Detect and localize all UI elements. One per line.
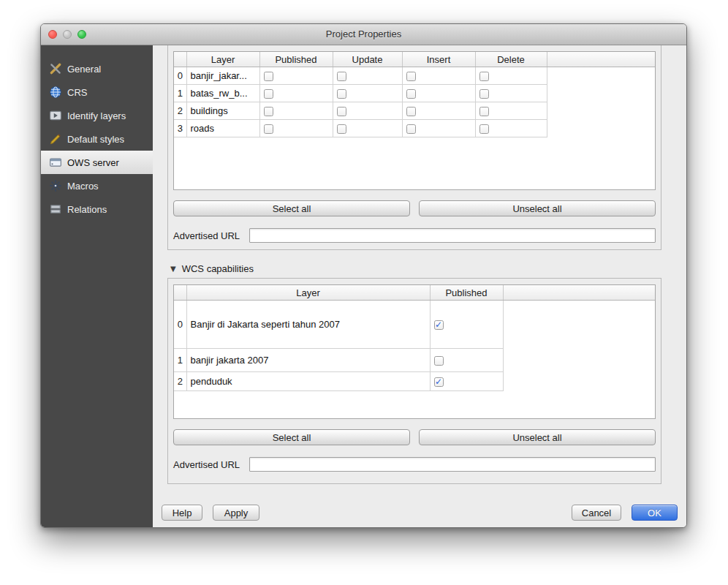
row-filler [503,349,655,372]
close-window-button[interactable] [48,30,57,39]
wcs-row2-published-checkbox[interactable]: ✓ [434,377,444,387]
wfs-unselect-all-button[interactable]: Unselect all [419,200,656,216]
sidebar-item-label: Identify layers [67,110,126,121]
sidebar-item-default-styles[interactable]: Default styles [41,127,153,151]
sidebar-item-crs[interactable]: CRS [41,80,153,104]
sidebar-item-label: OWS server [67,157,119,168]
wfs-row3-published-checkbox[interactable] [264,124,273,134]
column-header-update: Update [333,52,402,67]
table-row: 2penduduk✓ [174,372,655,391]
layer-name-cell[interactable]: penduduk [186,372,430,391]
row-number[interactable]: 2 [174,102,186,120]
row-number[interactable]: 0 [174,67,186,85]
layer-name-cell[interactable]: roads [186,120,259,137]
table-row: 0banjir_jakar... [174,67,655,85]
wfs-select-all-button[interactable]: Select all [173,200,410,216]
wfs-row3-insert-checkbox[interactable] [406,124,416,134]
apply-button[interactable]: Apply [213,505,259,521]
layer-name-cell[interactable]: batas_rw_b... [186,85,259,102]
row-filler [547,67,655,85]
checkbox-cell [430,349,503,372]
wcs-row1-published-checkbox[interactable] [434,356,444,366]
wfs-row0-published-checkbox[interactable] [264,72,273,81]
wcs-unselect-all-button[interactable]: Unselect all [419,429,656,445]
checkbox-cell [475,67,547,85]
checkbox-cell [259,102,333,120]
zoom-window-button[interactable] [77,30,86,39]
checkbox-cell: ✓ [430,372,503,391]
wfs-row2-delete-checkbox[interactable] [479,107,489,116]
wrench-icon [49,62,62,75]
wcs-row0-published-checkbox[interactable]: ✓ [434,320,444,330]
row-number[interactable]: 3 [174,120,186,137]
minimize-window-button[interactable] [63,30,72,39]
row-number-header [174,285,186,301]
row-number[interactable]: 0 [174,301,186,349]
checkbox-cell [259,85,333,102]
layer-name-cell[interactable]: banjir_jakar... [186,67,259,85]
row-filler [547,120,655,137]
wcs-advertised-url-input[interactable] [249,457,656,472]
relations-icon [49,203,62,216]
cancel-button[interactable]: Cancel [572,505,621,521]
row-number[interactable]: 1 [174,85,186,102]
sidebar-item-identify-layers[interactable]: Identify layers [41,104,153,127]
sidebar: GeneralCRSIdentify layersDefault stylesO… [41,45,153,528]
checkbox-cell [402,102,475,120]
wfs-row1-insert-checkbox[interactable] [406,89,416,99]
table-row: 1banjir jakarta 2007 [174,349,655,372]
help-button[interactable]: Help [162,505,202,521]
wcs-capabilities-header[interactable]: ▼ WCS capabilities [170,263,686,274]
wfs-row2-update-checkbox[interactable] [337,107,346,116]
row-number[interactable]: 1 [174,349,186,372]
checkbox-cell [333,120,402,137]
wfs-row1-published-checkbox[interactable] [264,89,273,99]
column-header-layer: Layer [186,285,430,301]
wfs-row0-delete-checkbox[interactable] [479,72,489,81]
checkbox-cell [259,120,333,137]
wfs-section: LayerPublishedUpdateInsertDelete0banjir_… [167,45,661,250]
wfs-row2-insert-checkbox[interactable] [406,107,416,116]
wfs-row1-update-checkbox[interactable] [337,89,346,99]
wfs-table: LayerPublishedUpdateInsertDelete0banjir_… [174,52,655,137]
wfs-row1-delete-checkbox[interactable] [479,89,489,99]
column-header-published: Published [430,285,503,301]
checkbox-cell [333,67,402,85]
sidebar-item-general[interactable]: General [41,57,153,80]
traffic-lights [48,30,86,39]
sidebar-item-relations[interactable]: Relations [41,197,153,221]
layer-name-cell[interactable]: Banjir di Jakarta seperti tahun 2007 [186,301,430,349]
paintbrush-icon [49,132,62,146]
table-row: 3roads [174,120,655,137]
checkbox-cell [259,67,333,85]
layer-name-cell[interactable]: buildings [186,102,259,120]
sidebar-item-macros[interactable]: Macros [41,174,153,197]
sidebar-item-label: CRS [67,87,87,98]
wfs-row3-delete-checkbox[interactable] [479,124,489,134]
wfs-row0-update-checkbox[interactable] [337,72,346,81]
row-filler [547,85,655,102]
wfs-advertised-url-input[interactable] [249,228,656,243]
header-filler [503,285,655,301]
titlebar[interactable]: Project Properties [41,24,686,45]
layer-name-cell[interactable]: banjir jakarta 2007 [186,349,430,372]
wfs-row2-published-checkbox[interactable] [264,107,273,116]
checkbox-cell [475,102,547,120]
wcs-table-viewport: LayerPublished0Banjir di Jakarta seperti… [173,284,656,419]
checkbox-cell [402,67,475,85]
project-properties-window: Project Properties GeneralCRSIdentify la… [40,23,687,528]
row-filler [547,102,655,120]
sidebar-item-ows-server[interactable]: OWS server [41,151,153,174]
table-row: 0Banjir di Jakarta seperti tahun 2007✓ [174,301,655,349]
row-number[interactable]: 2 [174,372,186,391]
ok-button[interactable]: OK [632,505,678,521]
wfs-row0-insert-checkbox[interactable] [406,72,416,81]
wfs-row3-update-checkbox[interactable] [337,124,346,134]
wcs-section: LayerPublished0Banjir di Jakarta seperti… [167,278,661,484]
wcs-select-all-button[interactable]: Select all [173,429,410,445]
header-filler [547,52,655,67]
server-icon [49,156,62,169]
table-row: 1batas_rw_b... [174,85,655,102]
collapse-triangle-icon[interactable]: ▼ [170,265,176,273]
checkbox-cell [333,85,402,102]
